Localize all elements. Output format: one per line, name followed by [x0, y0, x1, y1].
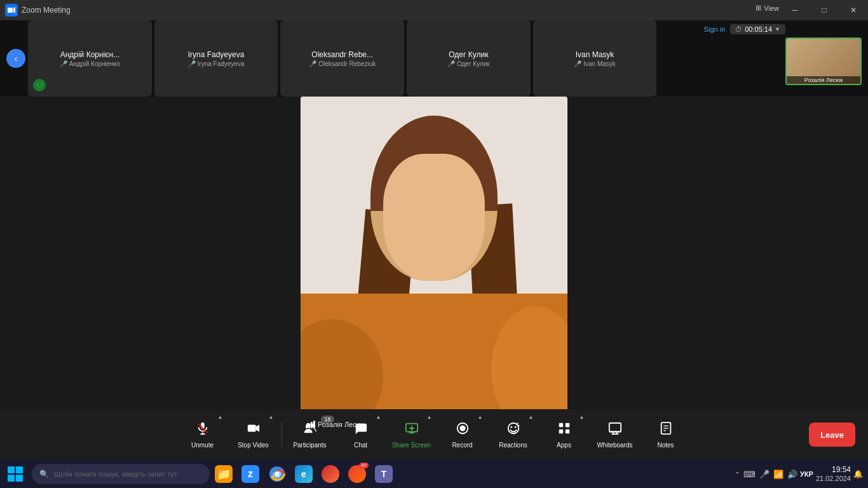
record-icon	[456, 421, 470, 439]
participant-name: Iryna Fadyeyeva	[188, 50, 245, 59]
mic-off-icon: 🎤	[60, 60, 67, 67]
timer-value: 00:05:14	[745, 25, 772, 33]
taskbar-app5[interactable]	[318, 461, 343, 487]
mic-tray-icon: 🎤	[759, 470, 770, 479]
participant-sub: 🎤 Oleksandr Rebeziuk	[309, 60, 376, 67]
stop-video-chevron[interactable]: ▲	[269, 414, 274, 420]
windows-logo	[8, 466, 23, 482]
start-button[interactable]	[3, 461, 28, 487]
reactions-button[interactable]: ▲ Reactions	[488, 412, 539, 458]
notes-label: Notes	[657, 442, 674, 449]
chat-button[interactable]: ▲ Chat	[336, 412, 386, 458]
clock[interactable]: 19:54 21.02.2024	[816, 465, 851, 483]
participant-tile[interactable]: Ivan Masyk 🎤 Ivan Masyk	[533, 20, 657, 97]
network-icon: 📶	[773, 470, 783, 479]
maximize-button[interactable]: □	[810, 0, 839, 20]
participant-sub: 🎤 Андрій Корніенко	[60, 60, 120, 67]
chat-label: Chat	[354, 442, 367, 449]
unmute-chevron[interactable]: ▲	[218, 414, 223, 420]
participant-tile[interactable]: Андрій Корнієн... 🎤 Андрій Корніенко 🛡	[28, 20, 152, 97]
unmute-button[interactable]: ▲ Unmute	[177, 412, 228, 458]
participant-tile[interactable]: Oleksandr Rebe... 🎤 Oleksandr Rebeziuk	[280, 20, 404, 97]
mic-icon	[196, 421, 210, 439]
nav-back-button[interactable]: ‹	[6, 49, 25, 68]
clock-time: 19:54	[816, 465, 851, 474]
whiteboards-icon	[608, 421, 622, 439]
window-title: Zoom Meeting	[22, 6, 71, 15]
participant-tile[interactable]: Одег Кулик 🎤 Одег Кулик	[407, 20, 531, 97]
face	[383, 154, 485, 281]
participant-name: Андрій Корнієн...	[60, 50, 119, 59]
taskbar-chrome[interactable]	[264, 461, 290, 487]
edge-icon: e	[295, 465, 313, 483]
main-content: ‹ Андрій Корнієн... 🎤 Андрій Корніенко 🛡…	[0, 20, 868, 409]
toolbar-separator	[281, 422, 282, 447]
record-chevron[interactable]: ▲	[478, 414, 483, 420]
app6-badge: 47	[359, 463, 369, 468]
reactions-chevron[interactable]: ▲	[529, 414, 534, 420]
meeting-timer: ⏱ 00:05:14 ▼	[730, 24, 785, 34]
svg-marker-7	[255, 424, 259, 431]
whiteboards-button[interactable]: Whiteboards	[590, 412, 641, 458]
notification-icon[interactable]: 🔔	[853, 470, 863, 478]
taskbar-app6[interactable]: 47	[344, 461, 370, 487]
apps-chevron[interactable]: ▲	[580, 414, 585, 420]
taskbar-search[interactable]: 🔍 Щоби почати пошук, введіть запит тут	[32, 464, 210, 484]
svg-point-13	[459, 425, 465, 431]
apps-label: Apps	[557, 442, 571, 449]
svg-point-17	[514, 426, 516, 428]
view-button[interactable]: ⊞ View	[756, 4, 779, 12]
main-video: Розалія Лесюк	[301, 97, 567, 433]
taskbar-edge[interactable]: e	[291, 461, 316, 487]
self-view-label: Розалія Лесюк	[787, 76, 860, 84]
unmute-label: Unmute	[191, 442, 214, 449]
mic-off-icon: 🎤	[188, 60, 196, 67]
record-label: Record	[452, 442, 472, 449]
face-area	[370, 116, 498, 281]
timer-icon: ⏱	[735, 25, 742, 33]
taskbar-zoom[interactable]: z	[238, 461, 263, 487]
taskbar-file-explorer[interactable]: 📁	[211, 461, 236, 487]
notes-button[interactable]: Notes	[641, 412, 691, 458]
participant-name: Ivan Masyk	[576, 50, 614, 59]
timer-chevron[interactable]: ▼	[775, 26, 780, 32]
participant-sub: 🎤 Ivan Masyk	[574, 60, 616, 67]
notes-icon	[659, 421, 673, 439]
chat-chevron[interactable]: ▲	[376, 414, 381, 420]
search-icon: 🔍	[39, 470, 49, 478]
app-icon	[5, 4, 18, 17]
language-indicator[interactable]: УКР	[800, 470, 813, 478]
svg-point-16	[510, 426, 512, 428]
minimize-button[interactable]: ─	[780, 0, 810, 20]
share-screen-icon	[405, 421, 419, 439]
svg-rect-18	[559, 423, 562, 426]
record-button[interactable]: ▲ Record	[437, 412, 488, 458]
apps-button[interactable]: ▲ Apps	[539, 412, 590, 458]
leave-button[interactable]: Leave	[809, 423, 855, 447]
keyboard-icon: ⌨	[743, 470, 756, 479]
participant-tile[interactable]: Iryna Fadyeyeva 🎤 Iryna Fadyeyeva	[154, 20, 278, 97]
svg-rect-21	[565, 429, 569, 433]
svg-rect-19	[565, 423, 569, 426]
video-area: Розалія Лесюк	[0, 97, 868, 433]
stop-video-button[interactable]: ▲ Stop Video	[228, 412, 279, 458]
svg-marker-1	[13, 7, 15, 13]
participant-sub: 🎤 Одег Кулик	[447, 60, 490, 67]
titlebar: Zoom Meeting ⊞ View ─ □ ✕	[0, 0, 868, 20]
participant-name: Oleksandr Rebe...	[311, 50, 373, 59]
reactions-icon	[506, 421, 520, 439]
share-screen-button[interactable]: ▲ Share Screen	[386, 412, 437, 458]
chrome-icon	[268, 465, 286, 483]
search-placeholder: Щоби почати пошук, введіть запит тут	[54, 470, 177, 478]
tray-chevron[interactable]: ⌃	[735, 471, 740, 478]
sign-in-button[interactable]: Sign in	[704, 25, 726, 33]
share-screen-chevron[interactable]: ▲	[427, 414, 432, 420]
close-button[interactable]: ✕	[839, 0, 868, 20]
participants-button[interactable]: ▲ Participants 18	[285, 412, 336, 458]
teams-icon: T	[375, 465, 393, 483]
participant-name: Одег Кулик	[449, 50, 488, 59]
clock-date: 21.02.2024	[816, 475, 851, 483]
svg-rect-0	[8, 8, 13, 13]
app5-icon	[322, 465, 339, 483]
taskbar-teams[interactable]: T	[371, 461, 397, 487]
